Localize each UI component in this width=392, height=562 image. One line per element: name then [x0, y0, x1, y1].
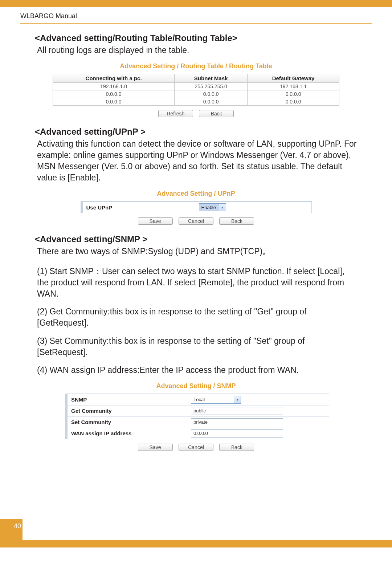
wan-ip-input[interactable]: 0.0.0.0 [191, 429, 283, 437]
upnp-body: Activating this function can detect the … [37, 138, 357, 183]
back-button[interactable]: Back [199, 110, 234, 117]
back-button[interactable]: Back [219, 217, 254, 225]
get-community-input[interactable]: public [191, 407, 283, 415]
set-community-input[interactable]: private [191, 418, 283, 426]
chevron-down-icon: ▾ [234, 396, 241, 403]
snmp-intro: There are two ways of SNMP:Syslog (UDP) … [37, 246, 357, 257]
table-row: 192.168.1.0 255.255.255.0 192.168.1.1 [53, 83, 339, 90]
routing-heading: <Advanced setting/Routing Table/Routing … [35, 33, 357, 43]
upnp-select[interactable]: Enable ▾ [199, 203, 226, 211]
snmp-panel-title: Advanced Setting / SNMP [35, 382, 357, 390]
routing-panel-title: Advanced Setting / Routing Table / Routi… [35, 62, 357, 70]
back-button[interactable]: Back [219, 444, 254, 451]
upnp-heading: <Advanced setting/UPnP > [35, 127, 357, 137]
upnp-row-label: Use UPnP [83, 203, 197, 212]
manual-title: WLBARGO Manual [20, 7, 372, 24]
routing-table: Connecting with a pc. Subnet Mask Defaul… [53, 74, 339, 106]
routing-col-2: Default Gateway [248, 74, 339, 83]
chevron-down-icon: ▾ [219, 204, 226, 211]
snmp-row-label: Set Community [68, 418, 189, 427]
cancel-button[interactable]: Cancel [179, 444, 213, 451]
snmp-row-label: SNMP [68, 395, 189, 404]
upnp-select-value: Enable [201, 205, 216, 210]
routing-col-0: Connecting with a pc. [53, 74, 175, 83]
snmp-item-4: (4) WAN assign IP address:Enter the IP a… [37, 365, 357, 376]
table-row: 0.0.0.0 0.0.0.0 0.0.0.0 [53, 98, 339, 106]
upnp-panel-title: Advanced Setting / UPnP [35, 190, 357, 197]
refresh-button[interactable]: Refresh [158, 110, 193, 117]
snmp-row-label: Get Community [68, 406, 189, 415]
snmp-item-2: (2) Get Community:this box is in respons… [37, 306, 357, 329]
snmp-item-3: (3) Set Community:this box is in respons… [37, 335, 357, 358]
snmp-panel: SNMP Local ▾ Get Community public [65, 394, 329, 439]
page-number: 40 [14, 522, 21, 530]
cancel-button[interactable]: Cancel [179, 217, 213, 225]
snmp-row-label: WAN assign IP address [68, 429, 189, 438]
upnp-panel: Use UPnP Enable ▾ [81, 201, 312, 213]
routing-col-1: Subnet Mask [175, 74, 248, 83]
save-button[interactable]: Save [138, 217, 173, 225]
table-row: 0.0.0.0 0.0.0.0 0.0.0.0 [53, 90, 339, 98]
snmp-heading: <Advanced setting/SNMP > [35, 234, 357, 244]
routing-body: All routing logs are displayed in the ta… [37, 45, 357, 56]
save-button[interactable]: Save [138, 444, 173, 451]
snmp-item-1: (1) Start SNMP：User can select two ways … [37, 266, 357, 300]
snmp-select-value: Local [193, 397, 231, 402]
snmp-select[interactable]: Local ▾ [191, 396, 241, 404]
